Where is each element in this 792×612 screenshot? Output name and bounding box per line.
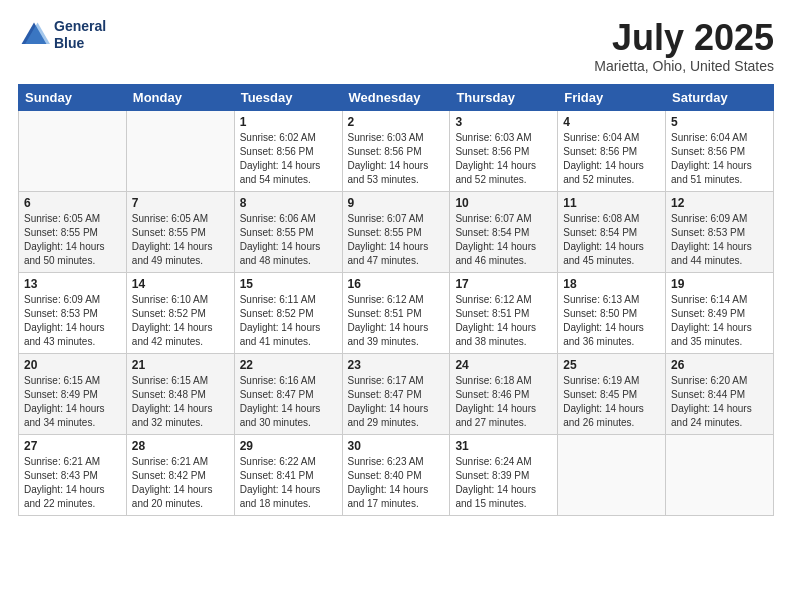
day-info: Sunrise: 6:15 AMSunset: 8:49 PMDaylight:… [24, 374, 121, 430]
day-info: Sunrise: 6:03 AMSunset: 8:56 PMDaylight:… [348, 131, 445, 187]
day-info: Sunrise: 6:15 AMSunset: 8:48 PMDaylight:… [132, 374, 229, 430]
day-info: Sunrise: 6:05 AMSunset: 8:55 PMDaylight:… [24, 212, 121, 268]
day-info: Sunrise: 6:04 AMSunset: 8:56 PMDaylight:… [563, 131, 660, 187]
day-info: Sunrise: 6:14 AMSunset: 8:49 PMDaylight:… [671, 293, 768, 349]
calendar-cell: 2Sunrise: 6:03 AMSunset: 8:56 PMDaylight… [342, 110, 450, 191]
day-number: 24 [455, 358, 552, 372]
day-number: 28 [132, 439, 229, 453]
calendar-cell: 21Sunrise: 6:15 AMSunset: 8:48 PMDayligh… [126, 353, 234, 434]
day-number: 12 [671, 196, 768, 210]
calendar-cell: 26Sunrise: 6:20 AMSunset: 8:44 PMDayligh… [666, 353, 774, 434]
calendar-week-1: 1Sunrise: 6:02 AMSunset: 8:56 PMDaylight… [19, 110, 774, 191]
day-number: 9 [348, 196, 445, 210]
calendar-cell: 22Sunrise: 6:16 AMSunset: 8:47 PMDayligh… [234, 353, 342, 434]
day-info: Sunrise: 6:12 AMSunset: 8:51 PMDaylight:… [348, 293, 445, 349]
calendar-cell: 11Sunrise: 6:08 AMSunset: 8:54 PMDayligh… [558, 191, 666, 272]
col-header-sunday: Sunday [19, 84, 127, 110]
day-info: Sunrise: 6:21 AMSunset: 8:42 PMDaylight:… [132, 455, 229, 511]
calendar-cell: 27Sunrise: 6:21 AMSunset: 8:43 PMDayligh… [19, 434, 127, 515]
day-info: Sunrise: 6:22 AMSunset: 8:41 PMDaylight:… [240, 455, 337, 511]
day-number: 31 [455, 439, 552, 453]
day-info: Sunrise: 6:24 AMSunset: 8:39 PMDaylight:… [455, 455, 552, 511]
day-number: 19 [671, 277, 768, 291]
calendar-cell: 29Sunrise: 6:22 AMSunset: 8:41 PMDayligh… [234, 434, 342, 515]
day-info: Sunrise: 6:09 AMSunset: 8:53 PMDaylight:… [671, 212, 768, 268]
calendar-week-5: 27Sunrise: 6:21 AMSunset: 8:43 PMDayligh… [19, 434, 774, 515]
day-number: 10 [455, 196, 552, 210]
col-header-friday: Friday [558, 84, 666, 110]
page: General Blue July 2025 Marietta, Ohio, U… [0, 0, 792, 612]
calendar-cell: 14Sunrise: 6:10 AMSunset: 8:52 PMDayligh… [126, 272, 234, 353]
day-info: Sunrise: 6:02 AMSunset: 8:56 PMDaylight:… [240, 131, 337, 187]
calendar-cell: 4Sunrise: 6:04 AMSunset: 8:56 PMDaylight… [558, 110, 666, 191]
day-info: Sunrise: 6:04 AMSunset: 8:56 PMDaylight:… [671, 131, 768, 187]
day-number: 26 [671, 358, 768, 372]
calendar-table: SundayMondayTuesdayWednesdayThursdayFrid… [18, 84, 774, 516]
calendar-header-row: SundayMondayTuesdayWednesdayThursdayFrid… [19, 84, 774, 110]
day-info: Sunrise: 6:21 AMSunset: 8:43 PMDaylight:… [24, 455, 121, 511]
col-header-tuesday: Tuesday [234, 84, 342, 110]
calendar-cell: 31Sunrise: 6:24 AMSunset: 8:39 PMDayligh… [450, 434, 558, 515]
col-header-saturday: Saturday [666, 84, 774, 110]
day-number: 1 [240, 115, 337, 129]
calendar-week-4: 20Sunrise: 6:15 AMSunset: 8:49 PMDayligh… [19, 353, 774, 434]
logo-line2: Blue [54, 35, 106, 52]
day-number: 25 [563, 358, 660, 372]
calendar-week-2: 6Sunrise: 6:05 AMSunset: 8:55 PMDaylight… [19, 191, 774, 272]
day-info: Sunrise: 6:13 AMSunset: 8:50 PMDaylight:… [563, 293, 660, 349]
calendar-cell: 19Sunrise: 6:14 AMSunset: 8:49 PMDayligh… [666, 272, 774, 353]
day-number: 3 [455, 115, 552, 129]
day-number: 14 [132, 277, 229, 291]
day-info: Sunrise: 6:12 AMSunset: 8:51 PMDaylight:… [455, 293, 552, 349]
calendar-cell: 3Sunrise: 6:03 AMSunset: 8:56 PMDaylight… [450, 110, 558, 191]
day-info: Sunrise: 6:20 AMSunset: 8:44 PMDaylight:… [671, 374, 768, 430]
day-number: 23 [348, 358, 445, 372]
calendar-cell: 17Sunrise: 6:12 AMSunset: 8:51 PMDayligh… [450, 272, 558, 353]
calendar-cell [666, 434, 774, 515]
header: General Blue July 2025 Marietta, Ohio, U… [18, 18, 774, 74]
day-info: Sunrise: 6:18 AMSunset: 8:46 PMDaylight:… [455, 374, 552, 430]
logo-line1: General [54, 18, 106, 35]
logo-icon [18, 19, 50, 51]
day-number: 18 [563, 277, 660, 291]
day-info: Sunrise: 6:06 AMSunset: 8:55 PMDaylight:… [240, 212, 337, 268]
day-number: 21 [132, 358, 229, 372]
calendar-cell [126, 110, 234, 191]
calendar-cell: 25Sunrise: 6:19 AMSunset: 8:45 PMDayligh… [558, 353, 666, 434]
day-info: Sunrise: 6:08 AMSunset: 8:54 PMDaylight:… [563, 212, 660, 268]
calendar-cell: 6Sunrise: 6:05 AMSunset: 8:55 PMDaylight… [19, 191, 127, 272]
calendar-cell: 1Sunrise: 6:02 AMSunset: 8:56 PMDaylight… [234, 110, 342, 191]
day-number: 30 [348, 439, 445, 453]
day-number: 17 [455, 277, 552, 291]
day-number: 5 [671, 115, 768, 129]
month-title: July 2025 [594, 18, 774, 58]
calendar-cell: 8Sunrise: 6:06 AMSunset: 8:55 PMDaylight… [234, 191, 342, 272]
calendar-cell: 12Sunrise: 6:09 AMSunset: 8:53 PMDayligh… [666, 191, 774, 272]
day-number: 8 [240, 196, 337, 210]
day-info: Sunrise: 6:23 AMSunset: 8:40 PMDaylight:… [348, 455, 445, 511]
calendar-cell: 30Sunrise: 6:23 AMSunset: 8:40 PMDayligh… [342, 434, 450, 515]
day-info: Sunrise: 6:05 AMSunset: 8:55 PMDaylight:… [132, 212, 229, 268]
day-number: 6 [24, 196, 121, 210]
day-info: Sunrise: 6:07 AMSunset: 8:55 PMDaylight:… [348, 212, 445, 268]
calendar-cell: 16Sunrise: 6:12 AMSunset: 8:51 PMDayligh… [342, 272, 450, 353]
day-info: Sunrise: 6:17 AMSunset: 8:47 PMDaylight:… [348, 374, 445, 430]
day-number: 4 [563, 115, 660, 129]
calendar-cell: 7Sunrise: 6:05 AMSunset: 8:55 PMDaylight… [126, 191, 234, 272]
day-number: 27 [24, 439, 121, 453]
location: Marietta, Ohio, United States [594, 58, 774, 74]
day-number: 13 [24, 277, 121, 291]
calendar-cell: 20Sunrise: 6:15 AMSunset: 8:49 PMDayligh… [19, 353, 127, 434]
calendar-cell [19, 110, 127, 191]
day-number: 22 [240, 358, 337, 372]
day-number: 7 [132, 196, 229, 210]
day-number: 2 [348, 115, 445, 129]
calendar-week-3: 13Sunrise: 6:09 AMSunset: 8:53 PMDayligh… [19, 272, 774, 353]
day-number: 16 [348, 277, 445, 291]
calendar-cell: 23Sunrise: 6:17 AMSunset: 8:47 PMDayligh… [342, 353, 450, 434]
logo: General Blue [18, 18, 106, 52]
day-number: 11 [563, 196, 660, 210]
day-info: Sunrise: 6:07 AMSunset: 8:54 PMDaylight:… [455, 212, 552, 268]
day-number: 20 [24, 358, 121, 372]
calendar-cell: 18Sunrise: 6:13 AMSunset: 8:50 PMDayligh… [558, 272, 666, 353]
